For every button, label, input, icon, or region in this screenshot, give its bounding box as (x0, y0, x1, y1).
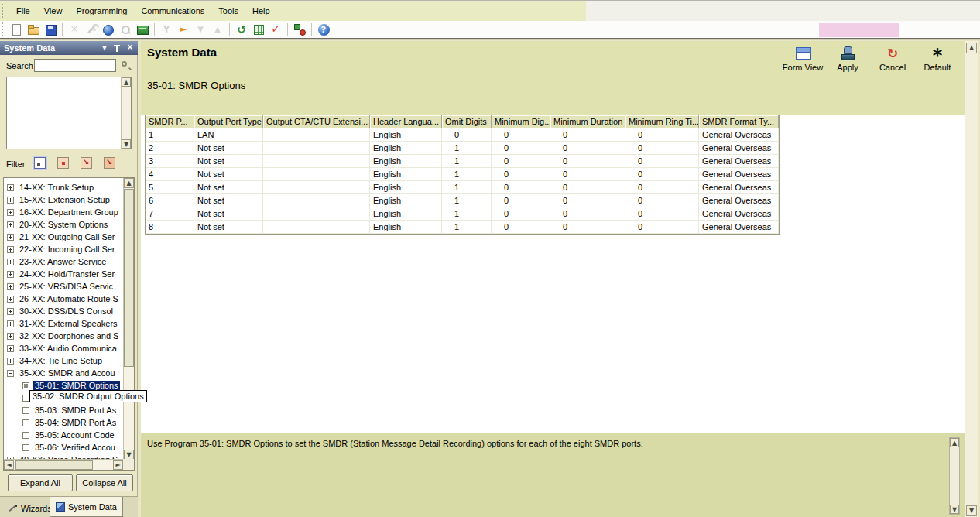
save-icon[interactable] (42, 22, 59, 36)
description-scrollbar[interactable]: ▲ ▼ (949, 437, 960, 515)
table-cell[interactable]: General Overseas (699, 155, 779, 168)
table-cell[interactable]: 2 (146, 142, 194, 155)
tree-item[interactable]: 15-XX: Extension Setup (4, 193, 123, 206)
scrollbar-thumb[interactable] (15, 460, 93, 470)
pin-icon[interactable] (111, 43, 122, 53)
table-cell[interactable]: General Overseas (699, 168, 779, 181)
table-cell[interactable]: English (370, 181, 442, 194)
column-header[interactable]: Output Port Type (194, 115, 263, 128)
column-header[interactable]: Minimum Duration (550, 115, 625, 128)
tree-item[interactable]: 33-XX: Audio Communica (4, 342, 123, 354)
tree-checkbox-icon[interactable] (22, 432, 29, 439)
listbox-scrollbar[interactable]: ▲ ▼ (121, 77, 131, 149)
tree-item[interactable]: 35-03: SMDR Port As (4, 404, 123, 416)
table-cell[interactable]: 0 (550, 128, 625, 142)
search-input[interactable] (34, 59, 116, 72)
table-cell[interactable]: Not set (194, 168, 263, 181)
expand-plus-icon[interactable] (7, 333, 14, 340)
tree-checkbox-icon[interactable] (22, 407, 29, 414)
filter-option-4-button[interactable] (104, 157, 115, 169)
cancel-button[interactable]: ↻Cancel (870, 46, 915, 72)
table-cell[interactable]: 1 (442, 181, 492, 194)
card-icon[interactable] (134, 22, 151, 36)
table-cell[interactable]: General Overseas (699, 221, 779, 234)
scroll-down-button[interactable]: ▼ (950, 505, 959, 514)
arrow-up-icon[interactable]: ▲ (209, 22, 226, 36)
table-cell[interactable]: English (370, 128, 442, 142)
scroll-left-button[interactable]: ◄ (4, 460, 14, 470)
tree-item[interactable]: 24-XX: Hold/Transfer Ser (4, 268, 123, 280)
table-cell[interactable]: 0 (550, 194, 625, 207)
arrow-down-icon[interactable]: ▼ (192, 22, 209, 36)
tree-item[interactable]: 34-XX: Tie Line Setup (4, 354, 123, 367)
menu-communications[interactable]: Communications (134, 3, 211, 19)
table-cell[interactable]: 0 (625, 181, 699, 194)
table-cell[interactable]: 0 (492, 168, 550, 181)
expand-plus-icon[interactable] (7, 234, 14, 241)
tab-system-data[interactable]: System Data (50, 497, 123, 517)
column-header[interactable]: SMDR P... (146, 115, 194, 128)
tree-item[interactable]: 25-XX: VRS/DISA Servic (4, 280, 123, 293)
apply-button[interactable]: Apply (825, 46, 870, 72)
table-cell[interactable]: General Overseas (699, 194, 779, 207)
table-cell[interactable]: General Overseas (699, 142, 779, 155)
table-cell[interactable]: 1 (442, 142, 492, 155)
table-cell[interactable] (263, 207, 370, 221)
table-cell[interactable]: 0 (550, 142, 625, 155)
tab-wizards[interactable]: Wizards (2, 499, 57, 517)
help-icon[interactable]: ? (315, 22, 332, 36)
table-cell[interactable]: LAN (194, 128, 263, 142)
expand-plus-icon[interactable] (7, 320, 14, 327)
expand-plus-icon[interactable] (7, 184, 14, 191)
collapse-minus-icon[interactable] (7, 370, 14, 377)
tree-item[interactable]: 14-XX: Trunk Setup (4, 181, 123, 193)
expand-plus-icon[interactable] (7, 246, 14, 253)
table-cell[interactable]: 0 (492, 207, 550, 221)
table-cell[interactable]: English (370, 221, 442, 234)
table-cell[interactable]: 3 (146, 155, 194, 168)
table-cell[interactable]: 0 (492, 181, 550, 194)
column-header[interactable]: SMDR Format Ty... (699, 115, 779, 128)
table-cell[interactable]: 7 (146, 207, 194, 221)
tree-item[interactable]: 23-XX: Answer Service (4, 255, 123, 268)
table-cell[interactable]: 5 (146, 181, 194, 194)
tree-item[interactable]: 16-XX: Department Group (4, 206, 123, 218)
table-cell[interactable]: General Overseas (699, 181, 779, 194)
table-cell[interactable]: 0 (625, 128, 699, 142)
table-cell[interactable] (263, 221, 370, 234)
table-cell[interactable]: 0 (492, 155, 550, 168)
table-cell[interactable]: Not set (194, 181, 263, 194)
filter-funnel-icon[interactable]: Y (158, 22, 175, 36)
tree-item[interactable]: 31-XX: External Speakers (4, 317, 123, 330)
column-header[interactable]: Output CTA/CTU Extensi... (263, 115, 370, 128)
tree-item[interactable]: 20-XX: System Options (4, 218, 123, 231)
tree-vertical-scrollbar[interactable]: ▲ ▼ (123, 178, 134, 460)
menu-view[interactable]: View (37, 3, 70, 19)
table-cell[interactable]: 0 (550, 181, 625, 194)
scroll-right-button[interactable]: ► (113, 460, 123, 470)
expand-plus-icon[interactable] (7, 283, 14, 290)
scroll-down-button[interactable]: ▼ (122, 139, 131, 149)
expand-plus-icon[interactable] (7, 296, 14, 303)
table-cell[interactable] (263, 168, 370, 181)
scroll-up-button[interactable]: ▲ (966, 43, 977, 53)
search-results-listbox[interactable]: ▲ ▼ (6, 77, 132, 149)
scroll-down-button[interactable]: ▼ (966, 505, 977, 516)
column-header[interactable]: Minimum Ring Ti... (625, 115, 699, 128)
table-cell[interactable]: Not set (194, 221, 263, 234)
tree-item[interactable]: 22-XX: Incoming Call Ser (4, 243, 123, 255)
menu-help[interactable]: Help (245, 3, 277, 19)
history-icon[interactable]: ↺ (233, 22, 250, 36)
expand-plus-icon[interactable] (7, 258, 14, 265)
tree-item[interactable]: 35-05: Account Code (4, 429, 123, 441)
globe-icon[interactable] (100, 22, 117, 36)
table-cell[interactable]: 0 (625, 194, 699, 207)
expand-all-button[interactable]: Expand All (8, 474, 73, 491)
table-cell[interactable] (263, 194, 370, 207)
table-cell[interactable]: Not set (194, 194, 263, 207)
table-cell[interactable]: 0 (625, 142, 699, 155)
tree-checkbox-icon[interactable] (22, 444, 29, 451)
expand-plus-icon[interactable] (7, 197, 14, 204)
filter-option-1-button[interactable] (34, 157, 46, 169)
close-icon[interactable]: × (125, 43, 135, 53)
